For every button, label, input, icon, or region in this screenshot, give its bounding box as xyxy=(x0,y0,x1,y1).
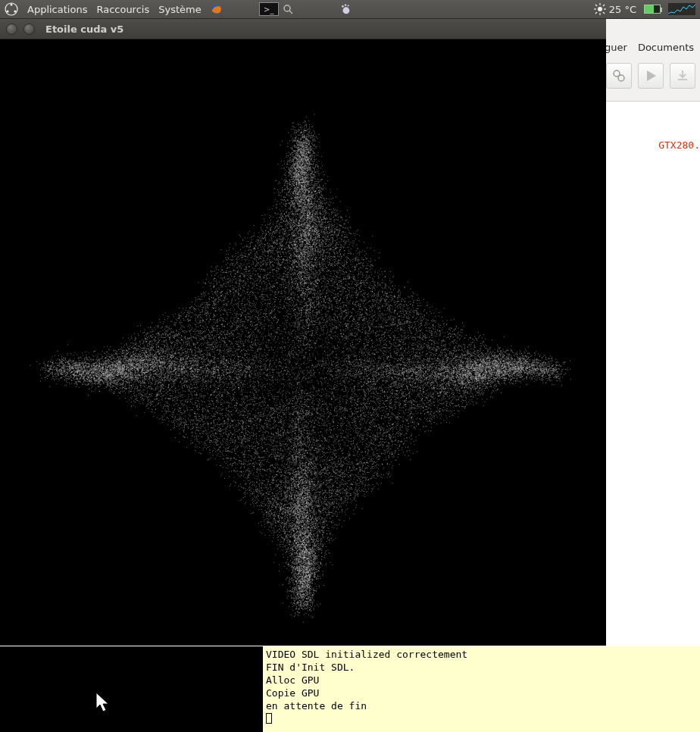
menu-applications[interactable]: Applications xyxy=(23,4,92,15)
svg-line-21 xyxy=(603,5,605,6)
svg-line-22 xyxy=(595,12,597,14)
window-minimize-button[interactable] xyxy=(23,23,35,35)
svg-marker-2 xyxy=(647,70,656,81)
terminal-line: en attente de fin xyxy=(266,700,367,712)
run-button[interactable] xyxy=(638,63,664,89)
ide-toolbar xyxy=(606,63,695,89)
svg-line-20 xyxy=(603,12,605,14)
svg-point-11 xyxy=(342,5,344,8)
svg-point-4 xyxy=(10,3,12,5)
ide-menu-documents[interactable]: Documents xyxy=(638,42,694,53)
terminal-launcher-icon[interactable]: >_ xyxy=(259,2,279,16)
ide-red-text: GTX280. xyxy=(658,139,700,151)
terminal-line: VIDEO SDL initialized correctement xyxy=(266,649,467,660)
battery-indicator[interactable] xyxy=(644,5,661,14)
sdl-window: Etoile cuda v5 xyxy=(0,19,606,646)
svg-point-10 xyxy=(342,7,349,14)
play-icon xyxy=(644,69,658,83)
svg-point-1 xyxy=(618,75,624,81)
download-icon xyxy=(676,69,689,83)
weather-indicator[interactable]: 25 °C xyxy=(594,3,636,15)
system-tray: 25 °C xyxy=(594,3,700,15)
simulation-canvas xyxy=(0,39,606,646)
terminal-cursor xyxy=(266,713,272,724)
firefox-icon[interactable] xyxy=(211,3,223,15)
svg-line-9 xyxy=(289,11,292,14)
gear-icon xyxy=(611,68,627,83)
svg-point-13 xyxy=(347,5,348,6)
gnome-foot-icon[interactable] xyxy=(339,3,352,15)
weather-temp: 25 °C xyxy=(609,4,636,15)
window-title: Etoile cuda v5 xyxy=(45,23,123,35)
menu-system[interactable]: Système xyxy=(154,4,205,15)
terminal-line: FIN d'Init SDL. xyxy=(266,662,355,673)
network-graph-icon[interactable] xyxy=(668,3,695,15)
svg-point-5 xyxy=(14,10,16,12)
svg-point-12 xyxy=(344,4,345,5)
window-titlebar[interactable]: Etoile cuda v5 xyxy=(0,19,606,39)
window-close-button[interactable] xyxy=(6,23,17,35)
menu-shortcuts[interactable]: Raccourcis xyxy=(92,4,154,15)
gnome-top-panel: Applications Raccourcis Système >_ 25 °C xyxy=(0,0,700,19)
terminal-line: Copie GPU xyxy=(266,687,319,699)
svg-point-8 xyxy=(284,5,290,11)
sun-icon xyxy=(594,3,606,15)
svg-point-6 xyxy=(6,10,8,12)
ide-menubar: guer Documents xyxy=(605,39,700,55)
ide-menu-debug[interactable]: guer xyxy=(605,42,627,53)
download-button[interactable] xyxy=(670,63,695,89)
ubuntu-logo-icon[interactable] xyxy=(3,1,20,17)
terminal-output[interactable]: VIDEO SDL initialized correctement FIN d… xyxy=(263,646,700,732)
svg-line-19 xyxy=(595,5,597,6)
svg-point-14 xyxy=(598,7,602,11)
terminal-line: Alloc GPU xyxy=(266,674,319,686)
settings-button[interactable] xyxy=(606,63,632,89)
search-icon[interactable] xyxy=(282,3,294,15)
desktop-black-area xyxy=(0,646,263,732)
